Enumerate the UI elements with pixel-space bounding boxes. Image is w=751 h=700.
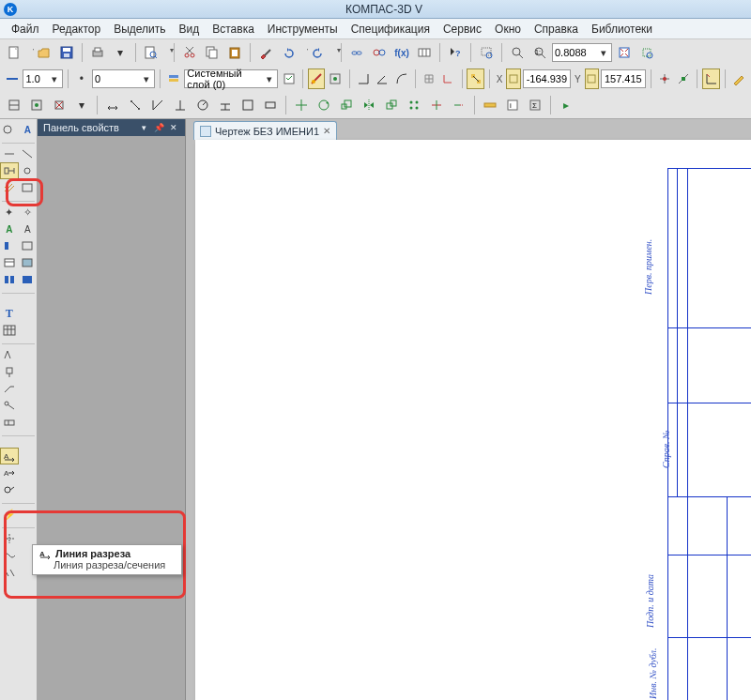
r3-prop[interactable]: i xyxy=(502,95,523,115)
document-tab[interactable]: Чертеж БЕЗ ИМЕНИ1 ✕ xyxy=(193,121,337,140)
angle-btn[interactable] xyxy=(374,68,391,89)
lt-center-icon[interactable] xyxy=(0,530,19,547)
lt-base-icon[interactable] xyxy=(0,363,19,380)
panel-close-icon[interactable]: ✕ xyxy=(168,122,179,133)
r3-rot[interactable] xyxy=(314,95,334,115)
cut-button[interactable] xyxy=(179,42,200,63)
chevron-down-icon[interactable]: ▾ xyxy=(264,73,275,85)
panel-menu-icon[interactable]: ▾ xyxy=(138,122,149,133)
lt-spec2-icon[interactable] xyxy=(19,254,38,271)
menu-help[interactable]: Справка xyxy=(529,21,584,38)
r3-btn-2[interactable] xyxy=(26,95,47,115)
round-btn[interactable] xyxy=(392,68,409,89)
lt-break-icon[interactable] xyxy=(0,564,19,581)
r3-scale[interactable] xyxy=(336,95,357,115)
zoom-scale-button[interactable]: 1: xyxy=(529,42,550,63)
line-width-combo[interactable]: 1.0▾ xyxy=(23,69,62,88)
r3-dim3[interactable] xyxy=(147,95,168,115)
lt-spec-icon[interactable] xyxy=(0,254,19,271)
r3-dim7[interactable] xyxy=(238,95,258,115)
section-line-button[interactable]: A xyxy=(0,448,19,464)
help-arrow-button[interactable]: ? xyxy=(445,42,466,63)
r3-calc[interactable]: Σ xyxy=(525,95,545,115)
r3-trim[interactable] xyxy=(426,95,447,115)
document-canvas[interactable]: Перв. примен. Справ. № Подп. и дата Инв.… xyxy=(186,140,751,700)
lt-pos-icon[interactable] xyxy=(0,397,19,414)
zoom-window-button[interactable] xyxy=(476,42,497,63)
lt-text-icon[interactable]: A xyxy=(19,121,38,138)
osnap-btn[interactable] xyxy=(467,68,483,89)
menu-insert[interactable]: Вставка xyxy=(207,21,260,38)
ucs-btn[interactable] xyxy=(439,68,456,89)
chevron-down-icon[interactable]: ▾ xyxy=(49,73,60,85)
r3-array[interactable] xyxy=(404,95,424,115)
paste-button[interactable] xyxy=(224,42,245,63)
lt-rep-icon[interactable] xyxy=(0,271,19,288)
r3-dim6[interactable] xyxy=(215,95,236,115)
menu-file[interactable]: Файл xyxy=(6,21,45,38)
menu-select[interactable]: Выделить xyxy=(108,21,171,38)
x-field[interactable]: -164.939 xyxy=(523,69,571,88)
panel-pin-icon[interactable]: 📌 xyxy=(153,122,164,133)
x-lock[interactable] xyxy=(506,68,520,89)
zoom-extents-button[interactable] xyxy=(614,42,635,63)
chevron-down-icon[interactable]: ▾ xyxy=(598,47,609,59)
zoom-sel-button[interactable] xyxy=(636,42,657,63)
lt-dim-icon[interactable] xyxy=(0,145,19,162)
lt-geom-icon[interactable] xyxy=(0,121,19,138)
lt-leader-icon[interactable] xyxy=(0,380,19,397)
lt-param2-icon[interactable]: A xyxy=(19,221,38,237)
print-dd[interactable]: ▾ xyxy=(110,42,130,63)
menu-service[interactable]: Сервис xyxy=(437,21,487,38)
lt-dim2-icon[interactable] xyxy=(19,145,38,162)
lt-snap1-icon[interactable]: ✦ xyxy=(0,204,19,221)
ortho-btn[interactable] xyxy=(354,68,371,89)
undo-button[interactable]: ▾ xyxy=(278,42,306,63)
zoom-search-button[interactable] xyxy=(507,42,528,63)
coord-btn2[interactable] xyxy=(675,68,692,89)
link2-button[interactable] xyxy=(369,42,390,63)
lt-hatch2-icon[interactable] xyxy=(19,179,38,196)
grid-btn[interactable] xyxy=(421,68,437,89)
menu-spec[interactable]: Спецификация xyxy=(345,21,436,38)
open-button[interactable] xyxy=(34,42,54,63)
constraint-btn[interactable] xyxy=(308,68,325,89)
menu-tools[interactable]: Инструменты xyxy=(262,21,344,38)
r3-dim4[interactable] xyxy=(170,95,191,115)
r3-play[interactable]: ▸ xyxy=(556,95,576,115)
lt-rep2-icon[interactable] xyxy=(19,271,38,288)
lt-fmt2-icon[interactable] xyxy=(19,237,38,254)
lt-hatch-icon[interactable] xyxy=(0,179,19,196)
save-button[interactable] xyxy=(56,42,77,63)
field-b-combo[interactable]: 0▾ xyxy=(92,69,155,88)
lt-param-icon[interactable]: A xyxy=(0,221,19,237)
r3-measure[interactable] xyxy=(480,95,500,115)
r3-btn-1[interactable] xyxy=(4,95,24,115)
pen-btn[interactable] xyxy=(730,68,747,89)
r3-ext[interactable] xyxy=(449,95,469,115)
r3-copy[interactable] xyxy=(381,95,402,115)
lt-T-icon[interactable]: T xyxy=(0,305,19,322)
new-button[interactable]: ▾ xyxy=(4,42,32,63)
lt-designation-icon[interactable] xyxy=(0,162,19,179)
r3-dim1[interactable] xyxy=(102,95,123,115)
close-icon[interactable]: ✕ xyxy=(323,126,330,136)
menu-view[interactable]: Вид xyxy=(174,21,206,38)
r3-move[interactable] xyxy=(291,95,312,115)
lt-snap2-icon[interactable]: ✧ xyxy=(19,204,38,221)
copy-button[interactable] xyxy=(202,42,222,63)
preview-button[interactable]: ▾ xyxy=(141,42,169,63)
snap-btn[interactable] xyxy=(327,68,344,89)
menu-lib[interactable]: Библиотеки xyxy=(586,21,658,38)
lt-rough-icon[interactable] xyxy=(0,346,19,363)
fx-button[interactable]: f(x) xyxy=(391,42,412,63)
lt-tol-icon[interactable] xyxy=(0,414,19,431)
lt-fmt-icon[interactable] xyxy=(0,237,19,254)
r3-btn-4[interactable]: ▾ xyxy=(71,95,92,115)
chevron-down-icon[interactable]: ▾ xyxy=(141,73,152,85)
r3-mirror[interactable] xyxy=(359,95,379,115)
print-button[interactable] xyxy=(87,42,108,63)
lt-wave-icon[interactable] xyxy=(0,547,19,564)
y-lock[interactable] xyxy=(585,68,599,89)
vars-button[interactable] xyxy=(414,42,435,63)
